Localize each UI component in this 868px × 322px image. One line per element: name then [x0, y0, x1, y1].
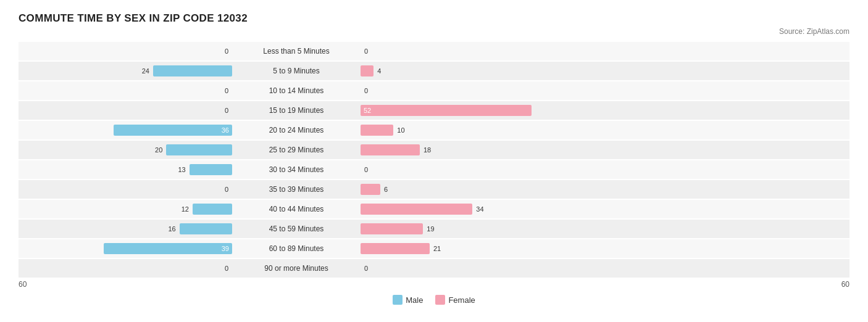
male-section: 24 — [19, 65, 235, 76]
female-section: 10 — [358, 125, 574, 136]
axis-label-left: 60 — [19, 280, 235, 289]
row-label: 20 to 24 Minutes — [235, 126, 358, 134]
male-value: 36 — [219, 126, 232, 134]
bar-row: 0Less than 5 Minutes0 — [19, 42, 849, 60]
male-section: 36 — [19, 125, 235, 136]
bar-row: 2025 to 29 Minutes18 — [19, 141, 849, 159]
axis-label-right: 60 — [633, 280, 849, 289]
legend-female: Female — [435, 295, 475, 305]
male-value: 39 — [219, 245, 232, 252]
row-label: 15 to 19 Minutes — [235, 106, 358, 115]
male-value: 16 — [168, 225, 175, 233]
male-section: 0 — [19, 184, 235, 195]
male-section: 0 — [19, 46, 235, 57]
bar-row: 1240 to 44 Minutes34 — [19, 200, 849, 218]
female-bar — [361, 243, 430, 254]
legend-male-label: Male — [406, 295, 423, 305]
row-label: 45 to 59 Minutes — [235, 225, 358, 233]
row-label: 35 to 39 Minutes — [235, 185, 358, 194]
female-section: 0 — [358, 46, 574, 57]
female-section: 0 — [358, 85, 574, 96]
male-section: 13 — [19, 164, 235, 175]
bar-row: 245 to 9 Minutes4 — [19, 62, 849, 80]
female-section: 52 — [358, 105, 574, 116]
row-label: 90 or more Minutes — [235, 264, 358, 273]
female-section: 4 — [358, 65, 574, 76]
female-section: 34 — [358, 204, 574, 215]
female-value: 4 — [377, 67, 381, 75]
female-value: 0 — [364, 87, 368, 94]
row-label: 5 to 9 Minutes — [235, 67, 358, 75]
chart-area: 0Less than 5 Minutes0245 to 9 Minutes401… — [19, 42, 849, 278]
female-section: 0 — [358, 263, 574, 274]
male-section: 20 — [19, 144, 235, 155]
male-value: 0 — [225, 265, 228, 272]
female-bar — [361, 223, 423, 234]
row-label: 30 to 34 Minutes — [235, 165, 358, 174]
source-label: Source: ZipAtlas.com — [19, 27, 849, 36]
male-section: 0 — [19, 263, 235, 274]
female-value: 21 — [433, 245, 441, 252]
male-bar — [190, 164, 232, 175]
legend-female-label: Female — [448, 295, 475, 305]
female-section: 19 — [358, 223, 574, 234]
male-bar — [153, 65, 232, 76]
female-section: 18 — [358, 144, 574, 155]
female-value: 18 — [424, 146, 431, 154]
male-value: 0 — [225, 107, 228, 114]
male-bar — [193, 204, 232, 215]
male-bar — [166, 144, 232, 155]
male-section: 0 — [19, 85, 235, 96]
male-bar: 39 — [104, 243, 232, 254]
female-section: 0 — [358, 164, 574, 175]
female-bar — [361, 144, 420, 155]
female-section: 6 — [358, 184, 574, 195]
male-section: 16 — [19, 223, 235, 234]
male-value: 24 — [142, 67, 149, 75]
bar-row: 090 or more Minutes0 — [19, 259, 849, 278]
male-value: 20 — [155, 146, 162, 154]
female-value: 6 — [384, 186, 388, 193]
male-value: 13 — [178, 166, 185, 173]
bar-row: 015 to 19 Minutes52 — [19, 101, 849, 120]
male-bar: 36 — [114, 125, 232, 136]
bar-row: 1645 to 59 Minutes19 — [19, 220, 849, 238]
female-bar — [361, 65, 373, 76]
male-section: 39 — [19, 243, 235, 254]
female-value: 19 — [427, 225, 434, 233]
female-bar — [361, 204, 472, 215]
bar-row: 3620 to 24 Minutes10 — [19, 121, 849, 139]
row-label: 60 to 89 Minutes — [235, 244, 358, 253]
female-value: 0 — [364, 265, 368, 272]
bar-row: 1330 to 34 Minutes0 — [19, 160, 849, 179]
bar-row: 3960 to 89 Minutes21 — [19, 239, 849, 258]
female-value: 0 — [364, 47, 368, 55]
female-value: 34 — [476, 205, 483, 213]
legend-female-box — [435, 295, 445, 305]
female-bar — [361, 184, 380, 195]
legend-male: Male — [393, 295, 423, 305]
legend: Male Female — [19, 295, 849, 305]
row-label: 25 to 29 Minutes — [235, 146, 358, 154]
legend-male-box — [393, 295, 403, 305]
male-bar — [180, 223, 232, 234]
female-value: 52 — [361, 107, 374, 114]
male-value: 0 — [225, 47, 228, 55]
axis-labels-row: 60 60 — [19, 280, 849, 289]
page-title: COMMUTE TIME BY SEX IN ZIP CODE 12032 — [19, 12, 849, 25]
male-section: 12 — [19, 204, 235, 215]
female-section: 21 — [358, 243, 574, 254]
female-bar — [361, 125, 393, 136]
female-value: 0 — [364, 166, 368, 173]
row-label: 10 to 14 Minutes — [235, 86, 358, 95]
male-value: 0 — [225, 186, 228, 193]
female-bar: 52 — [361, 105, 532, 116]
row-label: Less than 5 Minutes — [235, 47, 358, 56]
bar-row: 035 to 39 Minutes6 — [19, 180, 849, 199]
row-label: 40 to 44 Minutes — [235, 205, 358, 213]
male-value: 0 — [225, 87, 228, 94]
bar-row: 010 to 14 Minutes0 — [19, 81, 849, 100]
male-section: 0 — [19, 105, 235, 116]
male-value: 12 — [182, 205, 189, 213]
female-value: 10 — [397, 126, 404, 134]
